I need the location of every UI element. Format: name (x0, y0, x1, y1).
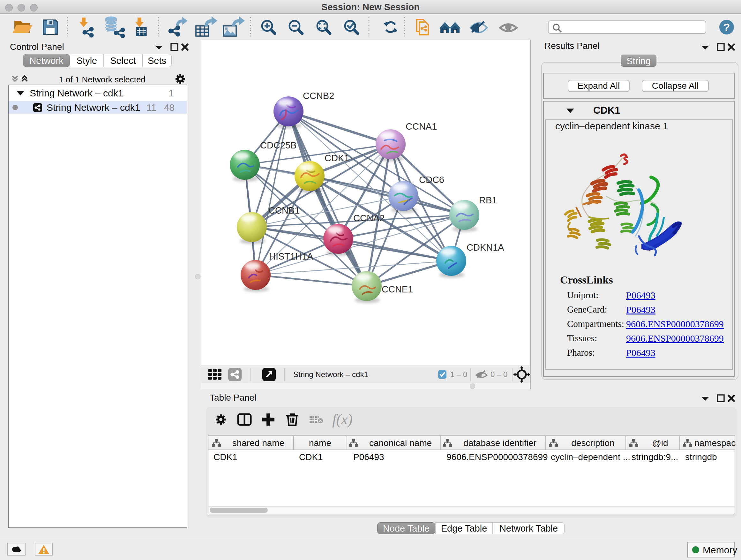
svg-text:String Network – cdk1: String Network – cdk1 (293, 370, 368, 379)
svg-text:CDC25B: CDC25B (260, 140, 296, 150)
svg-text:HIST1H1A: HIST1H1A (269, 251, 313, 261)
svg-text:CCNB2: CCNB2 (303, 91, 334, 101)
svg-text:0 – 0: 0 – 0 (490, 370, 508, 379)
svg-text:CCNE1: CCNE1 (382, 284, 413, 294)
svg-text:CDC6: CDC6 (419, 175, 444, 185)
svg-text:1 – 0: 1 – 0 (450, 370, 467, 379)
svg-text:f(x): f(x) (332, 411, 353, 428)
svg-text:RB1: RB1 (479, 195, 497, 205)
svg-text:CCNB1: CCNB1 (268, 205, 300, 215)
svg-text:CCNA2: CCNA2 (353, 213, 385, 223)
svg-text:CCNA1: CCNA1 (406, 121, 437, 132)
svg-text:CDKN1A: CDKN1A (467, 242, 504, 253)
svg-text:CDK1: CDK1 (325, 153, 349, 163)
